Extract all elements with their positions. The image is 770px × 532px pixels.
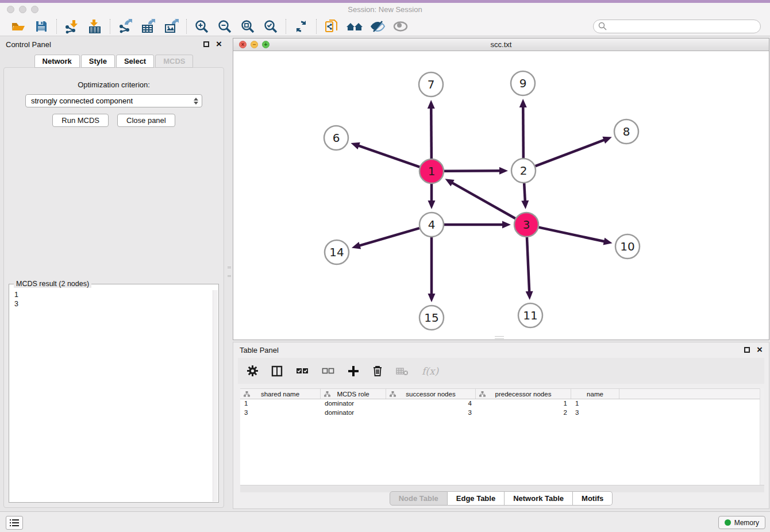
memory-button[interactable]: Memory — [718, 516, 765, 529]
settings-button[interactable] — [247, 365, 258, 376]
close-panel-icon-button[interactable]: × — [216, 41, 222, 47]
select-all-button[interactable] — [296, 367, 309, 376]
graph-node-label: 1 — [428, 164, 436, 178]
delete-column-button[interactable] — [372, 365, 383, 377]
cell-mcds-role[interactable]: dominator — [321, 408, 386, 418]
cell-mcds-role[interactable]: dominator — [321, 399, 386, 408]
float-table-panel-button[interactable] — [744, 347, 750, 353]
close-table-panel-button[interactable]: × — [757, 347, 763, 353]
float-panel-button[interactable] — [203, 41, 209, 47]
cell-name[interactable]: 1 — [571, 399, 619, 408]
column-tree-icon — [244, 391, 250, 397]
home-button[interactable] — [345, 18, 364, 35]
open-session-icon — [11, 19, 26, 34]
add-column-icon — [348, 365, 359, 377]
cell-predecessor-nodes[interactable]: 1 — [476, 399, 571, 408]
window-resize-grip[interactable] — [495, 336, 504, 339]
column-header-shared-name[interactable]: shared name — [240, 389, 321, 399]
deselect-all-icon — [322, 367, 334, 376]
zoom-in-button[interactable] — [192, 18, 211, 35]
graph-edge-arrow-icon — [499, 167, 508, 175]
tab-node-table[interactable]: Node Table — [390, 491, 448, 506]
import-network-button[interactable] — [63, 18, 81, 35]
cell-predecessor-nodes[interactable]: 2 — [476, 408, 571, 418]
memory-status-icon — [725, 519, 731, 526]
export-image-button[interactable] — [162, 18, 180, 35]
graph-edge-2-3[interactable] — [524, 183, 525, 202]
table-vscrollbar[interactable] — [760, 388, 764, 485]
tab-edge-table[interactable]: Edge Table — [448, 491, 505, 506]
tab-network[interactable]: Network — [34, 55, 80, 68]
close-panel-button[interactable]: Close panel — [117, 114, 175, 127]
zoom-fit-button[interactable] — [238, 18, 257, 35]
graph-edge-1-6[interactable] — [358, 145, 419, 167]
graph-edge-4-14[interactable] — [359, 228, 419, 246]
run-mcds-button[interactable]: Run MCDS — [52, 114, 109, 127]
network-window-titlebar[interactable]: × – + scc.txt — [233, 38, 769, 51]
network-canvas[interactable]: 7968124314101511 — [233, 51, 769, 340]
table-panel: Table Panel × — [233, 342, 769, 509]
graph-node-label: 7 — [428, 78, 435, 91]
graph-node-label: 15 — [424, 311, 438, 325]
tab-mcds[interactable]: MCDS — [155, 55, 193, 68]
table-toolbar: f(x) — [238, 358, 764, 384]
criterion-select[interactable]: strongly connected component — [25, 94, 202, 107]
node-table: shared name MCDS role successor nodes pr… — [240, 388, 764, 485]
result-scrollbar[interactable] — [213, 290, 218, 502]
graph-node-label: 11 — [523, 309, 537, 322]
tab-style[interactable]: Style — [81, 55, 115, 68]
graph-edge-3-1[interactable] — [452, 183, 515, 219]
add-column-button[interactable] — [348, 365, 359, 377]
search-input[interactable] — [610, 22, 756, 30]
application-window: Session: New Session — [0, 0, 770, 532]
column-header-successor-nodes[interactable]: successor nodes — [386, 389, 476, 399]
tab-motifs[interactable]: Motifs — [573, 491, 613, 506]
graph-edge-1-2[interactable] — [444, 171, 500, 171]
zoom-selected-button[interactable] — [261, 18, 280, 35]
control-panel-tabs: Network Style Select MCDS — [1, 55, 226, 68]
column-header-predecessor-nodes[interactable]: predecessor nodes — [476, 389, 571, 399]
mcds-result-box[interactable]: MCDS result (2 nodes) 1 3 — [9, 284, 219, 503]
cell-successor-nodes[interactable]: 3 — [386, 408, 476, 418]
search-box — [593, 20, 761, 33]
cell-shared-name[interactable]: 1 — [240, 399, 321, 408]
zoom-in-icon — [194, 19, 209, 34]
column-header-mcds-role[interactable]: MCDS role — [321, 389, 386, 399]
birdseye-button[interactable] — [391, 18, 410, 35]
graph-edge-3-10[interactable] — [539, 228, 605, 242]
import-table-button[interactable] — [86, 18, 104, 35]
tab-select[interactable]: Select — [116, 55, 154, 68]
graph-edge-2-9[interactable] — [523, 106, 523, 158]
cell-name[interactable]: 3 — [571, 408, 619, 418]
birdseye-icon — [392, 20, 409, 33]
delete-table-button[interactable] — [396, 367, 409, 376]
task-history-button[interactable] — [6, 516, 23, 530]
graph-edge-2-8[interactable] — [536, 140, 605, 166]
column-header-name[interactable]: name — [571, 389, 619, 399]
zoom-out-button[interactable] — [215, 18, 234, 35]
panel-splitter[interactable] — [226, 37, 233, 508]
table-tabs: Node Table Edge Table Network Table Moti… — [233, 491, 769, 506]
graph-node-label: 4 — [428, 218, 436, 232]
export-network-button[interactable] — [116, 18, 134, 35]
tab-network-table[interactable]: Network Table — [505, 491, 573, 506]
graph-node-label: 6 — [333, 131, 340, 145]
refresh-layout-button[interactable] — [292, 18, 310, 35]
open-session-button[interactable] — [9, 18, 28, 35]
delete-column-icon — [372, 365, 383, 377]
search-icon — [598, 22, 607, 30]
graph-node-label: 10 — [620, 240, 634, 253]
export-table-button[interactable] — [139, 18, 157, 35]
save-session-button[interactable] — [32, 18, 51, 35]
clone-network-button[interactable] — [322, 18, 341, 35]
deselect-all-button[interactable] — [322, 367, 334, 376]
function-builder-button[interactable]: f(x) — [422, 365, 438, 377]
graph-edge-3-11[interactable] — [527, 237, 529, 292]
memory-label: Memory — [734, 519, 759, 527]
hide-panels-button[interactable] — [368, 18, 387, 35]
table-layout-button[interactable] — [271, 365, 283, 377]
cell-successor-nodes[interactable]: 4 — [386, 399, 476, 408]
control-panel: Control Panel × Network Style Select MCD… — [1, 37, 226, 508]
graph-edge-1-7[interactable] — [431, 107, 432, 159]
cell-shared-name[interactable]: 3 — [240, 408, 321, 418]
